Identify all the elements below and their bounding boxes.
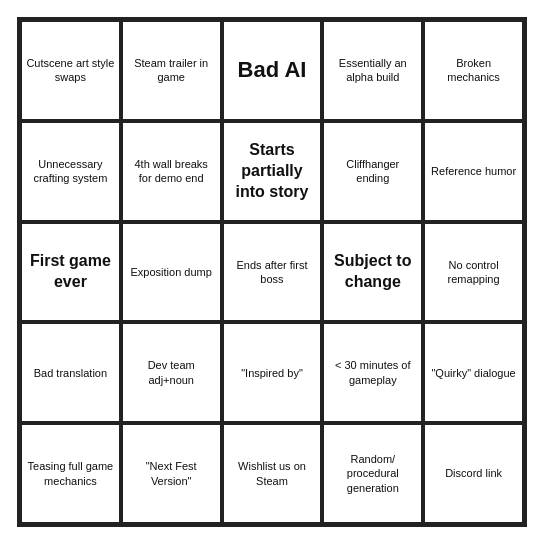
- bingo-cell-18[interactable]: < 30 minutes of gameplay: [322, 322, 423, 423]
- bingo-cell-17[interactable]: "Inspired by": [222, 322, 323, 423]
- bingo-cell-22[interactable]: Wishlist us on Steam: [222, 423, 323, 524]
- bingo-cell-7[interactable]: Starts partially into story: [222, 121, 323, 222]
- bingo-cell-13[interactable]: Subject to change: [322, 222, 423, 323]
- bingo-cell-23[interactable]: Random/ procedural generation: [322, 423, 423, 524]
- bingo-cell-12[interactable]: Ends after first boss: [222, 222, 323, 323]
- bingo-cell-1[interactable]: Steam trailer in game: [121, 20, 222, 121]
- bingo-cell-21[interactable]: "Next Fest Version": [121, 423, 222, 524]
- bingo-cell-19[interactable]: "Quirky" dialogue: [423, 322, 524, 423]
- bingo-cell-10[interactable]: First game ever: [20, 222, 121, 323]
- bingo-cell-8[interactable]: Cliffhanger ending: [322, 121, 423, 222]
- bingo-cell-11[interactable]: Exposition dump: [121, 222, 222, 323]
- bingo-cell-2[interactable]: Bad AI: [222, 20, 323, 121]
- bingo-cell-24[interactable]: Discord link: [423, 423, 524, 524]
- bingo-cell-9[interactable]: Reference humor: [423, 121, 524, 222]
- bingo-cell-4[interactable]: Broken mechanics: [423, 20, 524, 121]
- bingo-cell-15[interactable]: Bad translation: [20, 322, 121, 423]
- bingo-cell-20[interactable]: Teasing full game mechanics: [20, 423, 121, 524]
- bingo-cell-0[interactable]: Cutscene art style swaps: [20, 20, 121, 121]
- bingo-cell-3[interactable]: Essentially an alpha build: [322, 20, 423, 121]
- bingo-board: Cutscene art style swapsSteam trailer in…: [17, 17, 527, 527]
- bingo-cell-6[interactable]: 4th wall breaks for demo end: [121, 121, 222, 222]
- bingo-cell-5[interactable]: Unnecessary crafting system: [20, 121, 121, 222]
- bingo-cell-16[interactable]: Dev team adj+noun: [121, 322, 222, 423]
- bingo-cell-14[interactable]: No control remapping: [423, 222, 524, 323]
